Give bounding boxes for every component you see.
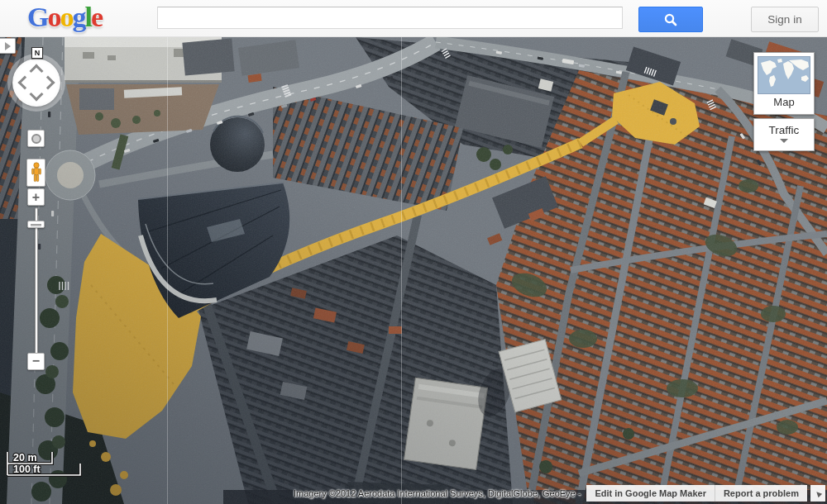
pan-left-arrow-icon[interactable] xyxy=(18,76,32,90)
traffic-label: Traffic xyxy=(754,124,814,136)
map-view-label: Map xyxy=(754,96,814,108)
expand-panel-tab[interactable] xyxy=(0,38,16,54)
zoom-slider-handle[interactable] xyxy=(27,221,45,228)
pan-up-arrow-icon[interactable] xyxy=(30,64,44,78)
pan-right-arrow-icon[interactable] xyxy=(41,76,55,90)
world-map-thumbnail-icon xyxy=(758,56,810,94)
tile-seam xyxy=(401,37,402,504)
search-icon xyxy=(663,12,678,27)
chevron-down-icon xyxy=(780,139,788,143)
traffic-layer-button[interactable]: Traffic xyxy=(753,118,815,151)
scale-metric-label: 20 m xyxy=(13,452,37,464)
right-triangle-icon xyxy=(5,42,11,50)
search-button[interactable] xyxy=(638,7,703,32)
logo-letter: G xyxy=(27,2,47,32)
map-view-button[interactable]: Map xyxy=(753,52,815,115)
north-indicator: N xyxy=(31,47,43,59)
pan-down-arrow-icon[interactable] xyxy=(30,88,44,102)
header-bar: Google Sign in xyxy=(0,0,827,37)
zoom-slider-track[interactable] xyxy=(35,207,38,354)
scale-bar: 20 m 100 ft xyxy=(3,448,94,484)
google-logo[interactable]: Google xyxy=(27,2,102,33)
satellite-imagery[interactable] xyxy=(0,37,827,504)
logo-letter: o xyxy=(47,2,60,32)
edit-map-maker-link[interactable]: Edit in Google Map Maker xyxy=(586,485,714,502)
map-viewport: N + − xyxy=(0,37,827,504)
handle-grip xyxy=(31,224,41,226)
logo-letter: g xyxy=(72,2,84,32)
logo-letter: l xyxy=(84,2,90,32)
logo-letter: e xyxy=(91,2,102,32)
center-map-button[interactable] xyxy=(27,130,45,147)
dot-icon xyxy=(31,134,41,144)
logo-letter: o xyxy=(60,2,72,32)
attribution-links: Edit in Google Map Maker Report a proble… xyxy=(586,485,807,502)
collapse-corner-button[interactable]: ▲ xyxy=(810,485,825,502)
northwest-arrow-icon: ▲ xyxy=(811,487,824,499)
google-maps-window: Google Sign in xyxy=(0,0,827,504)
pegman-streetview-button[interactable] xyxy=(26,159,45,187)
report-problem-link[interactable]: Report a problem xyxy=(715,485,807,502)
scale-imperial-label: 100 ft xyxy=(13,464,41,475)
zoom-out-button[interactable]: − xyxy=(27,353,45,370)
sign-in-button[interactable]: Sign in xyxy=(751,7,819,32)
zoom-in-button[interactable]: + xyxy=(27,188,45,206)
search-input[interactable] xyxy=(157,7,623,29)
imagery-copyright-text: Imagery ©2012 Aerodata International Sur… xyxy=(294,488,581,498)
tile-seam xyxy=(167,37,168,504)
pegman-icon xyxy=(31,162,42,183)
pan-control[interactable] xyxy=(12,59,60,107)
attribution-bar: Imagery ©2012 Aerodata International Sur… xyxy=(294,485,825,502)
